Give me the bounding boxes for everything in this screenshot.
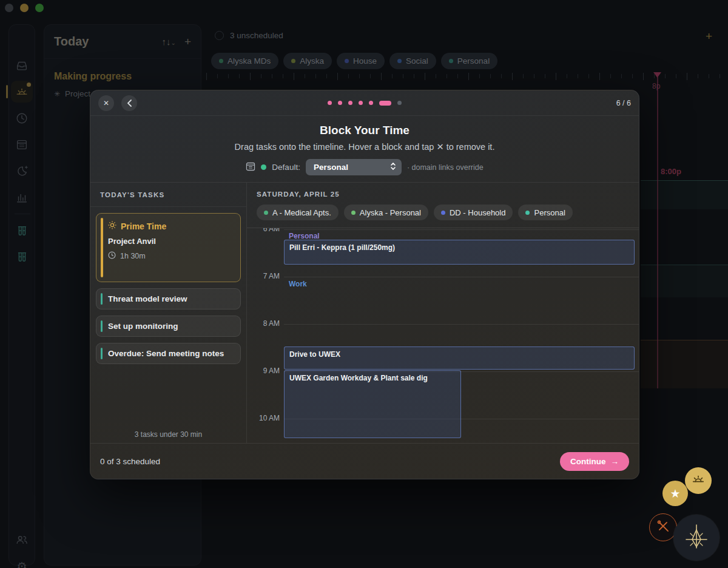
progress-dot-active xyxy=(379,101,391,106)
category-label: Work xyxy=(289,280,307,288)
select-value: Personal xyxy=(314,163,385,172)
progress-dots xyxy=(328,101,402,106)
progress-dot-done xyxy=(359,101,363,105)
color-dot xyxy=(441,211,445,215)
task-color-bar xyxy=(101,293,103,305)
hour-label: 8 AM xyxy=(249,319,280,328)
progress-dot-done xyxy=(338,101,342,105)
domain-links-note: · domain links override xyxy=(407,163,484,172)
compass-button[interactable] xyxy=(673,515,720,561)
hour-line xyxy=(284,277,639,277)
calendar-chip[interactable]: Alyska - Personal xyxy=(344,205,428,220)
progress-dot-todo xyxy=(397,101,402,105)
calendar-chip[interactable]: DD - Household xyxy=(434,205,513,220)
close-icon[interactable]: ✕ xyxy=(98,95,114,111)
tasks-panel: TODAY'S TASKS Prime Time Project Anvil xyxy=(90,183,247,443)
hour-label: 9 AM xyxy=(249,367,280,375)
day-timeline[interactable]: 6 AM7 AM8 AM9 AM10 AMPersonalWorkPill Er… xyxy=(247,228,639,443)
default-label: Default: xyxy=(272,163,300,172)
prime-task-project: Project Anvil xyxy=(108,237,234,246)
modal-header: ✕ 6 / 6 xyxy=(90,90,639,116)
tools-icon xyxy=(656,519,670,536)
progress-dot-done xyxy=(348,101,352,105)
prime-task-title: Prime Time xyxy=(121,221,166,231)
hour-line xyxy=(284,324,639,325)
color-dot xyxy=(525,211,530,215)
modal-footer: 0 of 3 scheduled Continue → xyxy=(90,443,639,479)
default-calendar-select[interactable]: Personal xyxy=(306,159,402,175)
star-icon: ★ xyxy=(670,487,680,500)
task-card[interactable]: Set up monitoring xyxy=(96,316,241,337)
modal-title: Block Your Time xyxy=(90,124,639,137)
timeline-event[interactable]: Drive to UWEX xyxy=(284,347,635,370)
hour-label: 10 AM xyxy=(249,414,280,422)
chevron-up-down-icon xyxy=(390,162,396,172)
compass-icon xyxy=(682,522,710,553)
sun-icon xyxy=(108,221,116,231)
calendar-icon xyxy=(246,161,255,174)
hour-label: 7 AM xyxy=(249,272,280,280)
category-label: Personal xyxy=(289,232,320,240)
block-your-time-modal: ✕ 6 / 6 Block Your Time Drag tasks onto … xyxy=(90,90,639,479)
arrow-right-icon: → xyxy=(611,457,619,466)
modal-subtitle: Drag tasks onto the timeline. Hover a bl… xyxy=(90,142,639,152)
task-color-bar xyxy=(101,320,103,332)
day-panel: SATURDAY, APRIL 25 A - Medical Apts.Alys… xyxy=(247,183,639,443)
hour-line xyxy=(284,229,639,230)
timeline-event[interactable]: UWEX Garden Workday & Plant sale dig xyxy=(284,370,461,438)
sunrise-icon xyxy=(692,473,705,489)
back-button[interactable] xyxy=(121,95,137,111)
color-dot xyxy=(264,211,268,215)
hour-label: 6 AM xyxy=(249,228,280,233)
calendar-chip[interactable]: Personal xyxy=(518,205,572,220)
modal-intro: Block Your Time Drag tasks onto the time… xyxy=(90,116,639,183)
star-button[interactable]: ★ xyxy=(662,481,688,506)
task-card-prime-time[interactable]: Prime Time Project Anvil 1h 30m xyxy=(96,213,241,282)
task-color-bar xyxy=(101,348,103,359)
tasks-footer: 3 tasks under 30 min xyxy=(90,430,246,439)
task-card[interactable]: Overdue: Send meeting notes xyxy=(96,343,241,364)
default-calendar-row: Default: Personal · domain links overrid… xyxy=(90,159,639,175)
timeline-event[interactable]: Pill Erri - Keppra (1 pill/250mg) xyxy=(284,240,635,265)
calendar-chip-row: A - Medical Apts.Alyska - PersonalDD - H… xyxy=(247,198,639,228)
calendar-chip[interactable]: A - Medical Apts. xyxy=(257,205,339,220)
sunrise-button[interactable] xyxy=(685,467,712,494)
continue-button[interactable]: Continue → xyxy=(560,452,629,471)
scheduled-status: 0 of 3 scheduled xyxy=(100,457,160,466)
tasks-panel-header: TODAY'S TASKS xyxy=(90,183,246,207)
status-dot xyxy=(261,164,266,170)
task-color-bar xyxy=(101,218,103,277)
clock-icon xyxy=(108,251,116,261)
color-dot xyxy=(351,211,356,215)
progress-dot-done xyxy=(369,101,373,105)
prime-task-duration: 1h 30m xyxy=(120,252,146,260)
progress-dot-done xyxy=(328,101,332,105)
day-header: SATURDAY, APRIL 25 xyxy=(247,183,639,198)
step-counter: 6 / 6 xyxy=(616,99,631,107)
task-card[interactable]: Threat model review xyxy=(96,288,241,309)
